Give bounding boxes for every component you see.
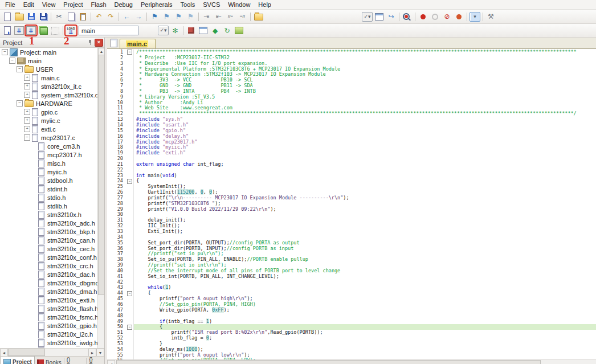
code-line-41[interactable]: 41 Set_io_int(PORTB, PIN_ALL, INT_CHANGE… [107, 274, 596, 280]
code-text[interactable] [133, 212, 596, 218]
line-number[interactable]: 35 [107, 240, 126, 246]
line-number[interactable]: 55 [107, 353, 126, 358]
line-number[interactable]: 31 [107, 218, 126, 223]
tree-scroll-thumb[interactable] [98, 55, 104, 295]
tree-item-stm32f10x-i2c-h[interactable]: stm32f10x_i2c.h [0, 330, 98, 338]
find-dropdown-icon[interactable]: ✓▾ [362, 12, 373, 22]
target-options-icon[interactable]: ✻ [170, 26, 181, 35]
rebuild-icon[interactable]: ⇊ [26, 26, 36, 35]
fold-collapse-icon[interactable]: − [127, 291, 132, 296]
line-number[interactable]: 22 [107, 167, 126, 173]
expand-icon[interactable]: + [24, 92, 30, 98]
editor-scroll-left-icon[interactable]: ◄ [107, 360, 115, 364]
bookmark-clear-all-icon[interactable]: ⚑ [185, 12, 196, 22]
menu-view[interactable]: View [38, 1, 60, 9]
code-text[interactable]: Exti_Init(); [133, 229, 596, 235]
expand-icon[interactable]: + [24, 126, 30, 132]
tree-item-stm32f10x-h[interactable]: stm32f10x.h [0, 210, 98, 219]
code-text[interactable]: #include "myiic.h" [133, 145, 596, 150]
build-icon[interactable]: ⇊ [14, 26, 25, 35]
line-number[interactable]: 23 [107, 173, 126, 179]
line-number[interactable]: 53 [107, 341, 126, 347]
line-number[interactable]: 27 [107, 195, 126, 201]
code-line-47[interactable]: 47 Write_gpio(PORTA, 0xFF); [107, 308, 596, 313]
editor-window-icon[interactable] [374, 12, 385, 22]
line-number[interactable]: 50 [107, 324, 126, 330]
line-number[interactable]: 10 [107, 100, 126, 106]
code-line-23[interactable]: 23int main(void) [107, 173, 596, 179]
code-text[interactable] [133, 280, 596, 285]
line-number[interactable]: 8 [107, 89, 126, 95]
line-number[interactable]: 43 [107, 285, 126, 291]
target-dropdown-icon[interactable]: ✓▾ [158, 26, 169, 35]
tree-item-stm32f10x-dbgmcu-h[interactable]: stm32f10x_dbgmcu.h [0, 279, 98, 287]
line-number[interactable]: 46 [107, 302, 126, 308]
navigate-back-icon[interactable]: ← [121, 12, 132, 22]
line-number[interactable]: 17 [107, 140, 126, 145]
fold-margin[interactable]: − [126, 291, 133, 296]
bookmark-prev-icon[interactable]: ⚑ [161, 12, 172, 22]
menu-flash[interactable]: Flash [87, 1, 111, 9]
line-number[interactable]: 7 [107, 83, 126, 89]
target-select[interactable]: main [79, 26, 138, 35]
code-text[interactable] [133, 167, 596, 173]
menu-peripherals[interactable]: Peripherals [137, 1, 177, 9]
line-number[interactable]: 26 [107, 190, 126, 195]
outdent-icon[interactable]: ⇤ [213, 12, 224, 22]
tree-item-user[interactable]: −USER [0, 65, 98, 73]
tree-item-stm32f10x-adc-h[interactable]: stm32f10x_adc.h [0, 219, 98, 227]
fold-collapse-icon[interactable]: − [127, 325, 132, 330]
memory-window-dropdown-icon[interactable]: ▾ [470, 12, 480, 22]
load-icon[interactable]: LOAD⇊ [66, 26, 76, 35]
tree-item-myiic-h[interactable]: myiic.h [0, 167, 98, 176]
code-text[interactable]: #include "exti.h" [133, 150, 596, 156]
tab-main-c[interactable]: main.c [120, 39, 156, 48]
tree-hscroll-track[interactable] [8, 349, 88, 356]
scroll-left-icon[interactable]: ◄ [0, 349, 8, 357]
collapse-icon[interactable]: − [9, 58, 15, 64]
code-text[interactable]: #include "delay.h" [133, 134, 596, 140]
fold-margin[interactable]: − [126, 324, 133, 330]
line-number[interactable]: 14 [107, 122, 126, 128]
code-text[interactable]: Write_gpio(PORTA, 0xFF); [133, 308, 596, 313]
tree-item-stm32f10x-dac-h[interactable]: stm32f10x_dac.h [0, 270, 98, 279]
menu-debug[interactable]: Debug [111, 1, 137, 9]
tree-item-gpio-c[interactable]: +gpio.c [0, 108, 98, 116]
cut-icon[interactable]: ✂ [54, 12, 64, 22]
code-line-29[interactable]: 29 printf("V1.0.0 Build 2022/11/29 09:22… [107, 207, 596, 212]
code-line-49[interactable]: 49 if(intb_flag == 1) [107, 319, 596, 325]
code-line-31[interactable]: 31 delay_init(); [107, 218, 596, 223]
tree-item-stm32f10x-crc-h[interactable]: stm32f10x_crc.h [0, 261, 98, 270]
close-icon[interactable]: × [95, 39, 103, 47]
line-number[interactable]: 45 [107, 296, 126, 302]
configure-icon[interactable]: ⚒ [485, 12, 496, 22]
tree-hscroll-thumb[interactable] [8, 349, 45, 356]
line-number[interactable]: 40 [107, 268, 126, 274]
translate-file-icon[interactable] [2, 26, 13, 35]
code-line-21[interactable]: 21extern unsigned char int_flag; [107, 162, 596, 167]
tree-item-stm32f10x-can-h[interactable]: stm32f10x_can.h [0, 236, 98, 244]
tree-item-misc-h[interactable]: misc.h [0, 159, 98, 167]
tree-item-hardware[interactable]: −HARDWARE [0, 99, 98, 108]
uncomment-icon[interactable]: ≡// [237, 12, 248, 22]
line-number[interactable]: 44 [107, 291, 126, 296]
line-number[interactable]: 18 [107, 145, 126, 150]
code-text[interactable]: IIC_Init(); [133, 223, 596, 229]
line-number[interactable]: 41 [107, 274, 126, 280]
tree-item-empty[interactable] [0, 347, 98, 348]
line-number[interactable]: 49 [107, 319, 126, 325]
line-number[interactable]: 39 [107, 263, 126, 268]
line-number[interactable]: 37 [107, 251, 126, 257]
line-number[interactable]: 28 [107, 201, 126, 207]
tree-item-stm32f10x-exti-h[interactable]: stm32f10x_exti.h [0, 296, 98, 304]
menu-svcs[interactable]: SVCS [199, 1, 224, 9]
manage-components-icon[interactable] [186, 26, 197, 35]
code-text[interactable]: printf("V1.0.0 Build 2022/11/29 09:22\r\… [133, 207, 596, 212]
tree-item-stm32f10x-dma-h[interactable]: stm32f10x_dma.h [0, 287, 98, 296]
tree-item-stdbool-h[interactable]: stdbool.h [0, 176, 98, 185]
line-number[interactable]: 3 [107, 61, 126, 67]
tree-item-stm32f10x-flash-h[interactable]: stm32f10x_flash.h [0, 304, 98, 313]
code-text[interactable]: delay_init(); [133, 218, 596, 223]
batch-build-icon[interactable] [38, 26, 48, 35]
line-number[interactable]: 19 [107, 150, 126, 156]
